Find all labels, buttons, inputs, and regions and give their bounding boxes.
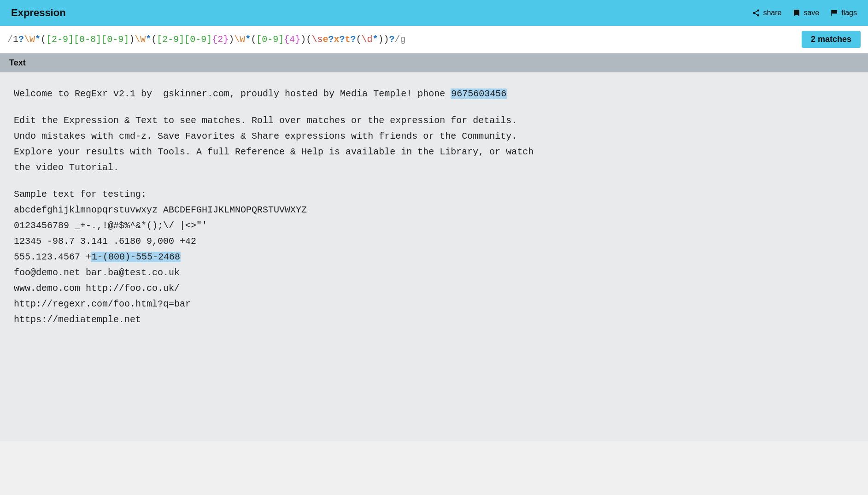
expr-1: 1 (13, 34, 18, 45)
expr-cc6: [0-9] (256, 34, 284, 45)
svg-line-3 (755, 13, 757, 15)
svg-point-1 (753, 12, 756, 14)
share-label: share (763, 9, 781, 17)
expr-q7: ? (350, 34, 356, 45)
text-line-phones: 555.123.4567 +1-(800)-555-2468 (14, 249, 854, 265)
expr-bd: \d (362, 34, 373, 45)
text-line-sample-header: Sample text for testing: (14, 187, 854, 202)
text-line-emails: foo@demo.net bar.ba@test.co.uk (14, 265, 854, 281)
text-line-urls1: www.demo.com http://foo.co.uk/ (14, 281, 854, 296)
expr-t: t (345, 34, 350, 45)
expr-quant-brace1: {2} (212, 34, 229, 45)
svg-point-2 (757, 14, 760, 17)
text-line-urls3: https://mediatemple.net (14, 312, 854, 328)
expr-q4: * (245, 34, 251, 45)
expr-q5: ? (328, 34, 334, 45)
match-1: 9675603456 (451, 88, 507, 99)
flags-button[interactable]: flags (830, 9, 857, 17)
expression-bar[interactable]: /1?\W*([2-9][0-8][0-9])\W*([2-9][0-9]{2}… (0, 26, 868, 53)
expr-bs: \s (311, 34, 323, 45)
app-title: Expression (11, 7, 66, 19)
expr-quant-brace2: {4} (284, 34, 300, 45)
expression-display: /1?\W*([2-9][0-8][0-9])\W*([2-9][0-9]{2}… (7, 34, 802, 45)
share-button[interactable]: share (752, 9, 781, 17)
expr-q9: ? (389, 34, 395, 45)
flags-label: flags (841, 9, 857, 17)
svg-line-4 (755, 11, 757, 12)
expr-W2: \W (135, 34, 146, 45)
expr-q2: * (35, 34, 41, 45)
expr-paren2-close: ) (229, 34, 234, 45)
text-area[interactable]: Welcome to RegExr v2.1 by gskinner.com, … (0, 72, 868, 441)
expr-q1: ? (18, 34, 24, 45)
expr-paren4-open: ( (306, 34, 311, 45)
flag-icon (830, 9, 839, 17)
expr-W1: \W (24, 34, 35, 45)
text-line-urls2: http://regexr.com/foo.html?q=bar (14, 296, 854, 312)
expr-paren5-open: ( (356, 34, 361, 45)
text-label: Text (9, 58, 26, 67)
expr-W3: \W (234, 34, 245, 45)
expr-cc5: [0-9] (184, 34, 212, 45)
text-line-2: Edit the Expression & Text to see matche… (14, 113, 854, 129)
text-line-3: Undo mistakes with cmd-z. Save Favorites… (14, 129, 854, 144)
expr-paren2-open: ( (151, 34, 157, 45)
text-line-digits: 0123456789 _+-.,!@#$%^&*();\/ |<>"' (14, 218, 854, 234)
header: Expression share save flags (0, 0, 868, 26)
expr-x: x (334, 34, 339, 45)
expr-cc1: [2-9] (46, 34, 74, 45)
save-label: save (803, 9, 819, 17)
expr-cc4: [2-9] (157, 34, 184, 45)
text-paragraph-3: Sample text for testing: abcdefghijklmno… (14, 187, 854, 328)
text-line-5: the video Tutorial. (14, 160, 854, 176)
share-icon (752, 9, 760, 17)
matches-badge: 2 matches (802, 31, 861, 48)
expr-paren4-close: ) (384, 34, 389, 45)
text-paragraph-1: Welcome to RegExr v2.1 by gskinner.com, … (14, 86, 854, 102)
bookmark-icon (792, 9, 801, 17)
header-actions: share save flags (752, 9, 857, 17)
expr-paren1-open: ( (41, 34, 46, 45)
expr-close-slash: /g (395, 34, 406, 45)
text-paragraph-2: Edit the Expression & Text to see matche… (14, 113, 854, 176)
text-line-numbers: 12345 -98.7 3.141 .6180 9,000 +42 (14, 234, 854, 249)
text-section-header: Text (0, 53, 868, 72)
expr-paren3-close: ) (300, 34, 306, 45)
expr-q8: * (373, 34, 378, 45)
text-line-1: Welcome to RegExr v2.1 by gskinner.com, … (14, 86, 854, 102)
expr-cc3: [0-9] (101, 34, 129, 45)
expr-cc2: [0-8] (74, 34, 101, 45)
save-button[interactable]: save (792, 9, 819, 17)
text-line-4: Explore your results with Tools. A full … (14, 144, 854, 160)
svg-point-0 (757, 10, 760, 12)
expr-q3: * (146, 34, 151, 45)
expr-paren1-close: ) (129, 34, 135, 45)
expr-paren5-close: ) (378, 34, 384, 45)
expr-q6: ? (339, 34, 345, 45)
expr-paren3-open: ( (251, 34, 256, 45)
expr-e: e (323, 34, 328, 45)
match-2: 1-(800)-555-2468 (91, 252, 181, 262)
expr-open-slash: / (7, 34, 13, 45)
text-line-alpha: abcdefghijklmnopqrstuvwxyz ABCDEFGHIJKLM… (14, 202, 854, 218)
